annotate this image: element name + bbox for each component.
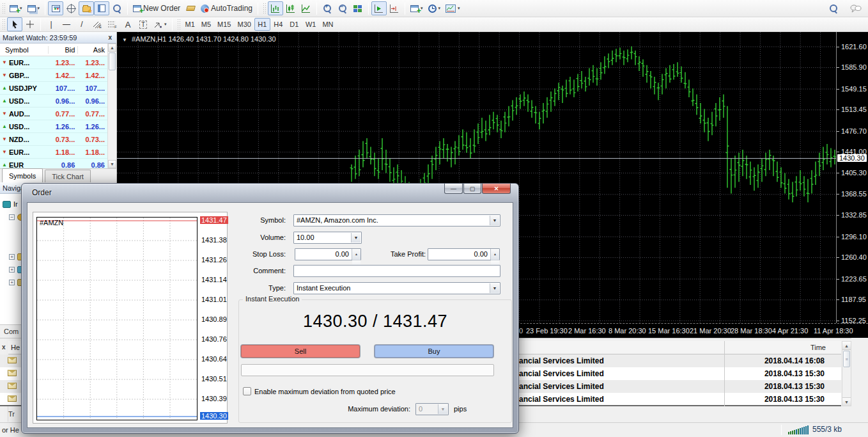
- trendline-button[interactable]: /: [74, 17, 89, 31]
- expand-icon[interactable]: +: [9, 267, 15, 273]
- type-select[interactable]: Instant Execution▼: [293, 282, 500, 294]
- timeframe-button-h4[interactable]: H4: [270, 18, 286, 31]
- buy-button[interactable]: Buy: [375, 345, 493, 358]
- expand-icon[interactable]: +: [9, 254, 15, 260]
- chevron-down-icon[interactable]: ▼: [122, 37, 127, 43]
- terminal-scrollbar[interactable]: ▲ ≡ ▼: [842, 341, 851, 406]
- timeframe-button-m1[interactable]: M1: [182, 18, 198, 31]
- tab-tick-chart[interactable]: Tick Chart: [45, 170, 91, 182]
- minimize-button[interactable]: —: [444, 184, 463, 194]
- scroll-up-icon[interactable]: ▲: [842, 342, 851, 350]
- data-window-button[interactable]: [63, 1, 79, 15]
- market-watch-row[interactable]: ▼EUR...1.23...1.23...: [0, 56, 107, 69]
- text-label-button[interactable]: T: [136, 17, 151, 31]
- market-watch-titlebar[interactable]: Market Watch: 23:59:59 x: [0, 32, 116, 44]
- metaeditor-button[interactable]: [183, 1, 198, 15]
- bar-chart-button[interactable]: [268, 1, 283, 15]
- arrows-button[interactable]: ▾: [151, 17, 169, 31]
- price-axis[interactable]: 1430.30 1621.601585.901549.151513.451476…: [836, 32, 868, 323]
- mail-subject: ancial Services Limited: [519, 369, 604, 378]
- toolbar-grip[interactable]: [177, 19, 180, 30]
- column-time[interactable]: Time: [810, 344, 826, 351]
- chart-shift-button[interactable]: [387, 1, 402, 15]
- auto-scroll-button[interactable]: [371, 1, 387, 15]
- comment-input[interactable]: [293, 265, 500, 277]
- max-deviation-select[interactable]: 0▼: [415, 403, 449, 415]
- take-profit-stepper[interactable]: ▲▼: [490, 249, 499, 260]
- horizontal-line-button[interactable]: —: [59, 17, 74, 31]
- tile-windows-button[interactable]: [350, 1, 366, 15]
- tick-chart-plot[interactable]: #AMZN: [36, 217, 198, 420]
- equidistant-channel-button[interactable]: E: [89, 17, 105, 31]
- terminal-toggle-button[interactable]: [94, 1, 109, 15]
- column-ask[interactable]: Ask: [77, 46, 107, 54]
- timeframe-button-h1[interactable]: H1: [254, 18, 270, 31]
- tab-common[interactable]: Com: [4, 328, 19, 335]
- close-icon[interactable]: x: [106, 34, 114, 41]
- toolbar-grip[interactable]: [263, 3, 266, 14]
- timeframe-button-m15[interactable]: M15: [214, 18, 234, 31]
- market-watch-row[interactable]: ▼EUR...1.18...1.18...: [0, 146, 107, 159]
- scroll-down-icon[interactable]: ▼: [842, 397, 851, 406]
- market-watch-row[interactable]: ▲USD...0.96...0.96...: [0, 95, 107, 107]
- spin-up-icon[interactable]: ▲: [491, 249, 499, 260]
- close-icon[interactable]: x: [2, 344, 6, 351]
- market-watch-scrollbar[interactable]: ▲ ▼: [107, 44, 116, 168]
- new-chart-button[interactable]: ▾: [7, 1, 25, 15]
- indicators-button[interactable]: ▾: [408, 1, 426, 15]
- strategy-tester-button[interactable]: [109, 1, 125, 15]
- new-order-button[interactable]: New Order: [130, 1, 183, 15]
- autotrading-button[interactable]: AutoTrading: [198, 1, 255, 15]
- toolbar-grip[interactable]: [2, 3, 5, 14]
- close-button[interactable]: ✕: [482, 184, 511, 194]
- symbol-label: Symbol:: [190, 216, 286, 224]
- market-watch-row[interactable]: ▲USDJPY107....107....: [0, 82, 107, 95]
- timeframe-button-m5[interactable]: M5: [198, 18, 214, 31]
- column-symbol[interactable]: Symbol: [0, 46, 48, 54]
- navigator-toggle-button[interactable]: [79, 1, 94, 15]
- take-profit-label: Take Profit:: [330, 250, 426, 258]
- market-watch-row[interactable]: ▲EUR0.860.86: [0, 159, 107, 168]
- market-watch-row[interactable]: ▲USD...1.26...1.26...: [0, 120, 107, 133]
- zoom-in-button[interactable]: +: [320, 1, 335, 15]
- text-tool-button[interactable]: A: [120, 17, 136, 31]
- market-watch-row[interactable]: ▼AUD...0.77...0.77...: [0, 107, 107, 120]
- scrollbar-thumb[interactable]: ≡: [843, 351, 850, 367]
- profiles-button[interactable]: ▾: [25, 1, 43, 15]
- toolbar-grip[interactable]: [2, 19, 5, 30]
- crosshair-tool-button[interactable]: [22, 17, 38, 31]
- expand-icon[interactable]: +: [9, 280, 15, 285]
- column-headline[interactable]: He: [11, 344, 20, 351]
- sell-button[interactable]: Sell: [241, 345, 360, 358]
- timeframe-button-mn[interactable]: MN: [319, 18, 336, 31]
- take-profit-input[interactable]: 0.00▲▼: [428, 248, 500, 260]
- column-bid[interactable]: Bid: [48, 46, 78, 54]
- deviation-checkbox[interactable]: [243, 387, 251, 395]
- scroll-up-icon[interactable]: ▲: [108, 44, 116, 52]
- templates-button[interactable]: ▾: [443, 1, 463, 15]
- scroll-down-icon[interactable]: ▼: [108, 160, 116, 168]
- vertical-line-button[interactable]: |: [43, 17, 59, 31]
- community-chat-button[interactable]: [848, 1, 864, 15]
- collapse-icon[interactable]: −: [9, 214, 15, 220]
- zoom-out-button[interactable]: −: [335, 1, 350, 15]
- cursor-button[interactable]: [7, 17, 22, 31]
- market-watch-row[interactable]: ▼NZD...0.73...0.73...: [0, 133, 107, 146]
- timeframe-button-d1[interactable]: D1: [286, 18, 302, 31]
- tab-trade[interactable]: Tr: [8, 410, 15, 418]
- periods-button[interactable]: ▾: [426, 1, 444, 15]
- candlestick-chart-button[interactable]: [283, 1, 298, 15]
- symbol-select[interactable]: #AMZN, Amazon.com Inc.▼: [293, 214, 500, 226]
- market-watch-row[interactable]: ▼GBP...1.42...1.42...: [0, 69, 107, 82]
- search-button[interactable]: [826, 1, 841, 15]
- scrollbar-thumb[interactable]: [109, 52, 116, 70]
- tab-symbols[interactable]: Symbols: [2, 168, 43, 182]
- maximize-button[interactable]: ▢: [463, 184, 481, 194]
- timeframe-button-m30[interactable]: M30: [234, 18, 254, 31]
- market-watch-toggle-button[interactable]: [48, 1, 63, 15]
- fibonacci-button[interactable]: F: [105, 17, 120, 31]
- timeframe-button-w1[interactable]: W1: [302, 18, 320, 31]
- line-chart-button[interactable]: [298, 1, 314, 15]
- connection-status[interactable]: 555/3 kb: [788, 425, 842, 434]
- volume-select[interactable]: 10.00▼: [293, 232, 362, 244]
